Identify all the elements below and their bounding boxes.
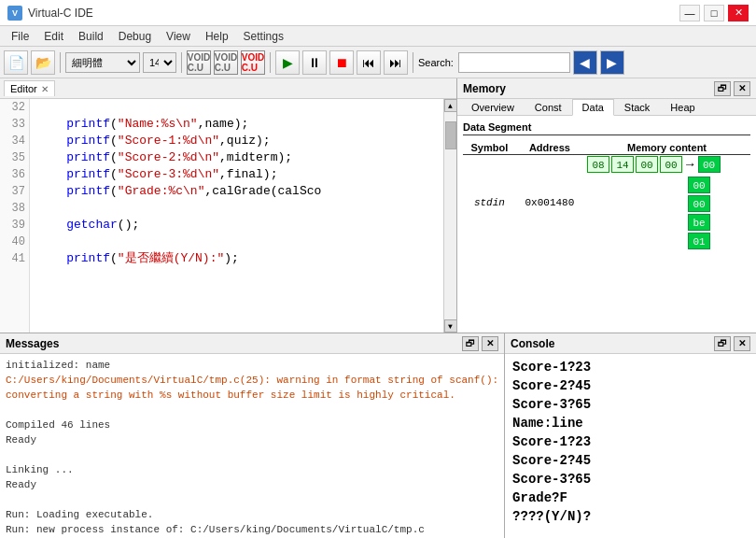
bottom-pane: Messages 🗗 ✕ initialized: name C:/Users/… bbox=[0, 333, 756, 538]
menu-edit[interactable]: Edit bbox=[36, 28, 71, 45]
msg-line-11: Run: Loading executable. bbox=[6, 507, 498, 522]
open-button[interactable]: 📂 bbox=[31, 50, 55, 75]
close-button[interactable]: ✕ bbox=[728, 5, 749, 21]
code-line-32 bbox=[37, 99, 443, 116]
console-controls: 🗗 ✕ bbox=[714, 336, 750, 351]
editor-panel: Editor ✕ 32 33 34 35 36 37 38 39 40 bbox=[0, 78, 457, 333]
msg-line-12: Run: new process instance of: C:/Users/k… bbox=[6, 522, 498, 537]
console-line-9: ????(Y/N)? bbox=[512, 507, 749, 526]
search-prev-button[interactable]: ◀ bbox=[573, 50, 597, 75]
memory-panel: Memory 🗗 ✕ Overview Const Data Stack Hea… bbox=[457, 78, 756, 333]
msg-line-3: converting a string with %s without buff… bbox=[6, 388, 498, 403]
messages-content: initialized: name C:/Users/king/Document… bbox=[0, 354, 504, 538]
editor-tab[interactable]: Editor ✕ bbox=[4, 80, 55, 96]
tab-const[interactable]: Const bbox=[525, 99, 572, 115]
search-input[interactable] bbox=[458, 52, 570, 73]
console-panel: Console 🗗 ✕ Score-1?23 Score-2?45 Score-… bbox=[505, 333, 756, 538]
console-line-1: Score-1?23 bbox=[512, 358, 749, 376]
console-line-7: Score-3?65 bbox=[512, 470, 749, 488]
tab-heap[interactable]: Heap bbox=[660, 99, 705, 115]
memory-close-button[interactable]: ✕ bbox=[734, 81, 750, 96]
msg-line-7 bbox=[6, 447, 498, 462]
editor-tab-close[interactable]: ✕ bbox=[41, 84, 49, 94]
toolbar-sep-1 bbox=[60, 52, 61, 73]
editor-vscroll[interactable]: ▲ ▼ bbox=[443, 99, 456, 333]
tab-data[interactable]: Data bbox=[572, 99, 614, 116]
col-address: Address bbox=[516, 141, 583, 155]
memory-restore-button[interactable]: 🗗 bbox=[714, 81, 731, 96]
scroll-thumb[interactable] bbox=[445, 121, 456, 149]
mem-cells: 08 14 00 00 → 00 00 00 bbox=[583, 155, 750, 251]
msg-line-5: Compiled 46 lines bbox=[6, 418, 498, 432]
code-line-41: printf("是否繼續(Y/N):"); bbox=[37, 250, 443, 267]
console-line-8: Grade?F bbox=[512, 488, 749, 507]
code-area[interactable]: printf("Name:%s\n",name); printf("Score-… bbox=[30, 99, 443, 333]
toolbar-sep-2 bbox=[181, 52, 182, 73]
font-selector[interactable]: 細明體 Courier New bbox=[65, 52, 140, 73]
window-controls: — □ ✕ bbox=[679, 5, 749, 21]
table-row: stdin 0x001480 08 14 00 00 → 00 bbox=[463, 155, 750, 251]
size-selector[interactable]: 14 12 16 bbox=[143, 52, 176, 73]
void-button-3[interactable]: VOIDC.U bbox=[241, 50, 265, 75]
code-line-38 bbox=[37, 200, 443, 217]
data-segment-title: Data Segment bbox=[463, 121, 750, 135]
search-next-button[interactable]: ▶ bbox=[600, 50, 624, 75]
tab-overview[interactable]: Overview bbox=[461, 99, 525, 115]
memory-tabs: Overview Const Data Stack Heap bbox=[457, 99, 756, 116]
run-button[interactable]: ▶ bbox=[275, 50, 300, 75]
menu-debug[interactable]: Debug bbox=[111, 28, 159, 45]
menu-bar: File Edit Build Debug View Help Settings bbox=[0, 26, 756, 47]
console-line-4: Name:line bbox=[512, 414, 749, 432]
console-line-5: Score-1?23 bbox=[512, 432, 749, 451]
console-restore-button[interactable]: 🗗 bbox=[714, 336, 731, 351]
top-pane: Editor ✕ 32 33 34 35 36 37 38 39 40 bbox=[0, 78, 756, 333]
messages-controls: 🗗 ✕ bbox=[462, 336, 498, 351]
new-button[interactable]: 📄 bbox=[4, 50, 28, 75]
msg-line-6: Ready bbox=[6, 432, 498, 447]
stop-button[interactable]: ⏹ bbox=[329, 50, 354, 75]
menu-settings[interactable]: Settings bbox=[236, 28, 291, 45]
editor-scroll: 32 33 34 35 36 37 38 39 40 41 printf("Na bbox=[0, 99, 456, 333]
code-line-34: printf("Score-1:%d\n",quiz); bbox=[37, 133, 443, 149]
minimize-button[interactable]: — bbox=[679, 5, 700, 21]
content-area: Editor ✕ 32 33 34 35 36 37 38 39 40 bbox=[0, 78, 756, 538]
void-button-2[interactable]: VOIDC.U bbox=[214, 50, 238, 75]
title-bar: V Virtual-C IDE — □ ✕ bbox=[0, 0, 756, 26]
void-button-1[interactable]: VOIDC.U bbox=[187, 50, 211, 75]
scroll-down-button[interactable]: ▼ bbox=[444, 319, 457, 333]
toolbar: 📄 📂 細明體 Courier New 14 12 16 VOIDC.U VOI… bbox=[0, 47, 756, 78]
maximize-button[interactable]: □ bbox=[704, 5, 724, 21]
messages-restore-button[interactable]: 🗗 bbox=[462, 336, 479, 351]
messages-close-button[interactable]: ✕ bbox=[482, 336, 498, 351]
scroll-up-button[interactable]: ▲ bbox=[444, 99, 457, 112]
menu-view[interactable]: View bbox=[159, 28, 198, 45]
menu-build[interactable]: Build bbox=[71, 28, 111, 45]
msg-line-4 bbox=[6, 403, 498, 418]
code-line-33: printf("Name:%s\n",name); bbox=[37, 116, 443, 133]
step-fwd-button[interactable]: ⏭ bbox=[384, 50, 408, 75]
menu-help[interactable]: Help bbox=[198, 28, 236, 45]
messages-title: Messages bbox=[6, 337, 59, 350]
memory-table: Symbol Address Memory content stdin 0x00… bbox=[463, 141, 750, 250]
tab-stack[interactable]: Stack bbox=[614, 99, 661, 115]
step-back-button[interactable]: ⏮ bbox=[357, 50, 381, 75]
toolbar-sep-3 bbox=[270, 52, 271, 73]
line-numbers: 32 33 34 35 36 37 38 39 40 41 bbox=[0, 99, 30, 333]
msg-line-8: Linking ... bbox=[6, 462, 498, 477]
scroll-track[interactable] bbox=[444, 112, 457, 319]
console-line-2: Score-2?45 bbox=[512, 376, 749, 395]
code-line-40 bbox=[37, 234, 443, 250]
menu-file[interactable]: File bbox=[4, 28, 36, 45]
console-close-button[interactable]: ✕ bbox=[734, 336, 750, 351]
messages-panel: Messages 🗗 ✕ initialized: name C:/Users/… bbox=[0, 333, 505, 538]
msg-line-9: Ready bbox=[6, 477, 498, 492]
col-content: Memory content bbox=[583, 141, 750, 155]
console-line-3: Score-3?65 bbox=[512, 395, 749, 414]
pause-button[interactable]: ⏸ bbox=[302, 50, 327, 75]
console-line-6: Score-2?45 bbox=[512, 451, 749, 470]
console-content: Score-1?23 Score-2?45 Score-3?65 Name:li… bbox=[505, 354, 756, 538]
editor-content[interactable]: 32 33 34 35 36 37 38 39 40 41 printf("Na bbox=[0, 99, 456, 333]
code-line-39: getchar(); bbox=[37, 217, 443, 234]
editor-tab-label: Editor bbox=[10, 83, 37, 94]
memory-content: Data Segment Symbol Address Memory conte… bbox=[457, 116, 756, 333]
